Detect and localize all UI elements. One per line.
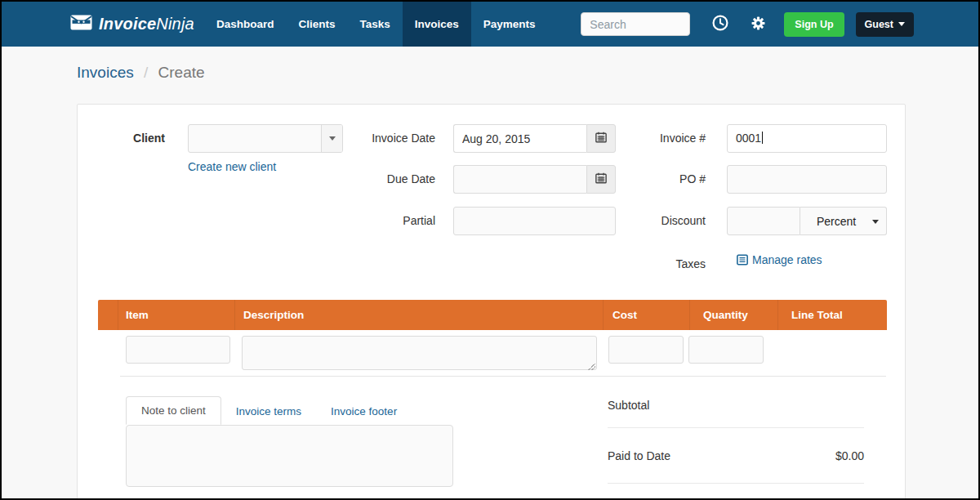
nav-item-clients[interactable]: Clients: [286, 2, 347, 47]
list-icon: [737, 254, 748, 266]
main-nav: Dashboard Clients Tasks Invoices Payment…: [204, 2, 548, 47]
nav-item-payments[interactable]: Payments: [471, 2, 548, 47]
brand-name: InvoiceNinja: [99, 15, 194, 33]
note-to-client-textarea[interactable]: [126, 425, 453, 487]
paid-to-date-value: $0.00: [835, 449, 864, 462]
user-menu-label: Guest: [865, 19, 893, 30]
po-number-label: PO #: [592, 165, 706, 194]
tab-invoice-footer[interactable]: Invoice footer: [316, 398, 412, 425]
brand-logo[interactable]: InvoiceNinja: [70, 2, 194, 47]
invoice-number-value: 0001: [736, 132, 761, 145]
history-button[interactable]: [711, 14, 729, 34]
signup-button[interactable]: Sign Up: [784, 12, 844, 37]
top-navbar: InvoiceNinja Dashboard Clients Tasks Inv…: [2, 2, 978, 47]
search-input[interactable]: [581, 12, 690, 36]
envelope-ninja-icon: [70, 15, 92, 33]
quantity-column-header: Quantity: [690, 300, 778, 330]
due-date-label: Due Date: [323, 165, 435, 194]
cost-column-header: Cost: [604, 300, 690, 330]
chevron-down-icon: [872, 220, 879, 224]
po-number-input[interactable]: [727, 165, 887, 194]
totals-panel: Subtotal Paid to Date $0.00: [608, 389, 864, 484]
paid-to-date-label: Paid to Date: [608, 449, 670, 462]
breadcrumb-separator: /: [144, 64, 148, 81]
description-textarea[interactable]: [242, 336, 597, 370]
subtotal-label: Subtotal: [608, 399, 649, 412]
client-select[interactable]: [188, 124, 343, 153]
breadcrumb-current: Create: [158, 64, 205, 81]
due-date-input[interactable]: [453, 165, 586, 194]
breadcrumb: Invoices / Create: [77, 64, 978, 82]
notes-tabs: Note to client Invoice terms Invoice foo…: [126, 396, 412, 425]
paid-to-date-row: Paid to Date $0.00: [608, 428, 864, 484]
quantity-input[interactable]: [688, 336, 764, 364]
item-cell: [118, 336, 235, 364]
client-label: Client: [78, 124, 165, 153]
invoice-number-input[interactable]: 0001: [727, 124, 887, 153]
description-cell: [235, 336, 604, 373]
line-items-table: Item Description Cost Quantity Line Tota…: [98, 300, 887, 373]
cost-cell: [604, 336, 684, 364]
tab-invoice-terms[interactable]: Invoice terms: [221, 398, 316, 425]
clock-icon: [711, 14, 729, 34]
section-divider: [120, 376, 886, 377]
create-new-client-link[interactable]: Create new client: [188, 160, 276, 173]
line-items-header: Item Description Cost Quantity Line Tota…: [98, 300, 887, 330]
text-cursor: [762, 132, 763, 144]
navbar-right: Sign Up Guest: [581, 2, 914, 47]
discount-group: Percent: [727, 207, 887, 235]
cost-input[interactable]: [608, 336, 684, 364]
discount-type-select[interactable]: Percent: [800, 207, 887, 235]
chevron-down-icon: [898, 22, 905, 26]
line-total-column-header: Line Total: [778, 300, 887, 330]
discount-input[interactable]: [727, 207, 800, 235]
nav-item-dashboard[interactable]: Dashboard: [204, 2, 287, 47]
quantity-cell: [684, 336, 764, 364]
settings-button[interactable]: [751, 16, 766, 33]
tab-note-to-client[interactable]: Note to client: [126, 396, 221, 425]
discount-type-value: Percent: [817, 215, 856, 228]
client-select-value: [189, 125, 321, 152]
invoice-form-card: Client Create new client Invoice Date: [77, 104, 906, 500]
description-column-header: Description: [235, 300, 604, 330]
item-input[interactable]: [126, 336, 230, 364]
app-window: InvoiceNinja Dashboard Clients Tasks Inv…: [0, 0, 980, 500]
taxes-label: Taxes: [592, 250, 706, 279]
manage-rates-label: Manage rates: [752, 253, 822, 266]
nav-item-invoices[interactable]: Invoices: [403, 2, 471, 47]
breadcrumb-invoices-link[interactable]: Invoices: [77, 64, 134, 81]
nav-item-tasks[interactable]: Tasks: [347, 2, 402, 47]
invoice-date-input[interactable]: [453, 124, 586, 153]
partial-label: Partial: [323, 207, 435, 235]
item-column-header: Item: [118, 300, 235, 330]
line-item-row: [98, 330, 887, 373]
discount-label: Discount: [592, 207, 706, 235]
drag-handle-column-header: [98, 300, 118, 330]
invoice-number-label: Invoice #: [592, 124, 706, 153]
user-menu-button[interactable]: Guest: [856, 12, 914, 37]
invoice-date-label: Invoice Date: [323, 124, 435, 153]
manage-rates-link[interactable]: Manage rates: [737, 253, 822, 266]
subtotal-row: Subtotal: [608, 389, 864, 428]
gear-icon: [751, 16, 766, 33]
